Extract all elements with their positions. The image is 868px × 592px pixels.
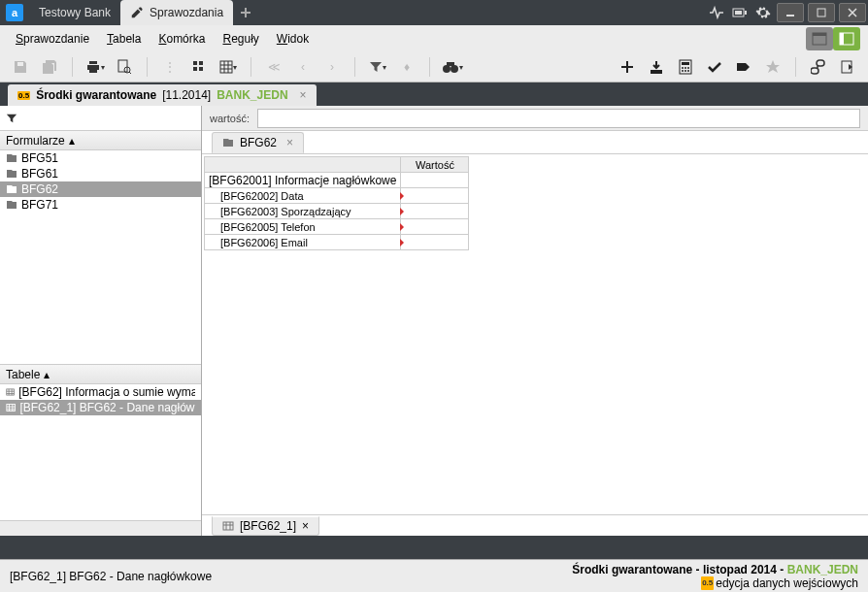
grid-row[interactable]: [BFG62001] Informacje nagłówkowe: [205, 173, 469, 188]
activity-icon[interactable]: [705, 1, 728, 24]
print-preview-icon[interactable]: [114, 56, 135, 78]
form-item[interactable]: BFG71: [0, 197, 201, 213]
filter-icon[interactable]: ▾: [367, 56, 388, 78]
left-scroll-footer[interactable]: [0, 520, 201, 536]
form-item[interactable]: BFG51: [0, 150, 201, 166]
svg-rect-15: [220, 61, 232, 73]
tag-icon[interactable]: [733, 56, 754, 78]
table-item-label: [BFG62_1] BFG62 - Dane nagłówkowe: [19, 401, 195, 414]
grid-row-label: [BFG62006] Email: [205, 235, 401, 250]
svg-rect-4: [818, 9, 825, 16]
form-item-selected[interactable]: BFG62: [0, 181, 201, 197]
tool-a-icon: ⋮: [159, 56, 181, 78]
export-icon[interactable]: [837, 56, 858, 78]
svg-point-21: [682, 67, 684, 69]
svg-rect-14: [199, 67, 203, 71]
svg-rect-13: [193, 67, 197, 71]
view-mode-2-icon[interactable]: [833, 27, 860, 50]
svg-rect-30: [223, 522, 233, 530]
grid-col-header[interactable]: Wartość: [401, 157, 469, 173]
toolbar: ▾ ⋮ ▾ ≪ ‹ › ▾ ♦ ▾: [0, 52, 868, 82]
document-tab-close-icon[interactable]: ×: [294, 88, 307, 102]
value-label: wartość:: [202, 113, 257, 124]
collapse-icon: ▴: [44, 368, 50, 381]
link-icon[interactable]: [808, 56, 829, 78]
titlebar-tab-bank[interactable]: Testowy Bank: [29, 0, 120, 25]
svg-point-17: [451, 65, 458, 73]
forms-header-label: Formularze: [6, 134, 65, 148]
value-input[interactable]: [257, 109, 860, 128]
svg-rect-12: [199, 61, 203, 65]
minimize-button[interactable]: [777, 3, 804, 22]
calculator-icon[interactable]: [675, 56, 696, 78]
gear-icon[interactable]: [751, 1, 775, 24]
add-icon[interactable]: [617, 56, 638, 78]
tool-grid-icon[interactable]: [188, 56, 210, 78]
inner-tab-close-icon[interactable]: ×: [283, 136, 293, 149]
menu-tabela[interactable]: Tabela: [99, 28, 149, 49]
svg-point-26: [687, 70, 689, 72]
form-item[interactable]: BFG61: [0, 166, 201, 181]
download-icon[interactable]: [646, 56, 667, 78]
grid-cell[interactable]: [401, 188, 469, 204]
grid-row[interactable]: [BFG62005] Telefon: [205, 219, 469, 235]
close-button[interactable]: [839, 3, 866, 22]
inner-tab-label: BFG62: [240, 136, 277, 149]
tables-list: [BFG62] Informacja o sumie wymagalnych..…: [0, 384, 201, 520]
table-item-selected[interactable]: [BFG62_1] BFG62 - Dane nagłówkowe: [0, 400, 201, 415]
document-tab-bank: BANK_JEDN: [217, 88, 287, 102]
print-icon[interactable]: ▾: [84, 56, 106, 78]
nav-prev-icon: ‹: [292, 56, 314, 78]
edit-icon: [130, 6, 144, 19]
titlebar-tab-reports[interactable]: Sprawozdania: [120, 0, 233, 25]
svg-point-16: [443, 65, 451, 73]
tool-table-icon[interactable]: ▾: [217, 56, 239, 78]
menu-komorka[interactable]: Komórka: [150, 28, 213, 49]
check-icon[interactable]: [704, 56, 725, 78]
grid-cell[interactable]: [401, 173, 469, 188]
svg-rect-18: [447, 62, 454, 66]
forms-header[interactable]: Formularze ▴: [0, 131, 201, 150]
save-icon[interactable]: [10, 56, 31, 78]
star-icon[interactable]: [762, 56, 784, 78]
save-all-icon[interactable]: [39, 56, 60, 78]
inner-tab[interactable]: BFG62 ×: [212, 132, 304, 153]
grid-row[interactable]: [BFG62002] Data: [205, 188, 469, 204]
svg-rect-1: [745, 11, 747, 15]
svg-rect-11: [193, 61, 197, 65]
grid-row[interactable]: [BFG62006] Email: [205, 235, 469, 250]
statusbar-sub: edycja danych wejściowych: [716, 576, 858, 590]
dark-strip: [0, 536, 868, 559]
form-item-label: BFG71: [21, 198, 58, 212]
bottom-tab-close-icon[interactable]: ×: [302, 519, 309, 533]
table-item-label: [BFG62] Informacja o sumie wymagalnych..…: [18, 385, 195, 399]
menu-widok[interactable]: Widok: [269, 28, 317, 49]
view-mode-1-icon[interactable]: [806, 27, 833, 50]
value-bar: wartość:: [202, 106, 868, 131]
collapse-icon: ▴: [69, 134, 75, 148]
battery-icon[interactable]: [728, 1, 751, 24]
grid-cell[interactable]: [401, 204, 469, 219]
tables-header[interactable]: Tabele ▴: [0, 365, 201, 384]
badge-icon: 0.5: [701, 576, 714, 590]
grid-row-label: [BFG62002] Data: [205, 188, 401, 204]
menu-reguly[interactable]: Reguły: [215, 28, 266, 49]
right-panel: wartość: BFG62 × Wartość [BFG62001] Info…: [202, 106, 868, 536]
statusbar-bank: BANK_JEDN: [787, 563, 858, 576]
grid-cell[interactable]: [401, 219, 469, 235]
new-tab-button[interactable]: [233, 7, 258, 18]
main-split: Formularze ▴ BFG51 BFG61 BFG62 BFG71 Tab…: [0, 106, 868, 536]
document-tab[interactable]: 0.5 Środki gwarantowane [11.2014] BANK_J…: [8, 84, 317, 106]
svg-rect-8: [840, 33, 844, 45]
filter-bar[interactable]: [0, 106, 201, 131]
maximize-button[interactable]: [808, 3, 835, 22]
grid-row[interactable]: [BFG62003] Sporządzający: [205, 204, 469, 219]
binoculars-icon[interactable]: ▾: [442, 56, 463, 78]
bottom-tab[interactable]: [BFG62_1] ×: [212, 516, 319, 536]
grid-area[interactable]: Wartość [BFG62001] Informacje nagłówkowe…: [202, 154, 868, 514]
grid-cell[interactable]: [401, 235, 469, 250]
table-item[interactable]: [BFG62] Informacja o sumie wymagalnych..…: [0, 384, 201, 400]
svg-rect-3: [786, 15, 794, 16]
svg-point-22: [684, 67, 686, 69]
menu-sprawozdanie[interactable]: Sprawozdanie: [8, 28, 97, 49]
